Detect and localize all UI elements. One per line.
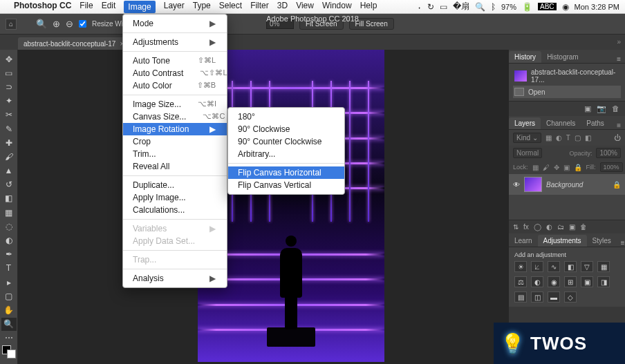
rotate-90-cw[interactable]: 90° Clockwise xyxy=(228,123,344,135)
history-snapshot[interactable]: abstract-backlit-conceptual-17... xyxy=(513,66,621,86)
new-group-icon[interactable]: 🗂 xyxy=(557,223,564,231)
zoom-out-icon[interactable]: ⊖ xyxy=(66,19,73,29)
menu-file[interactable]: File xyxy=(80,1,93,13)
menu-auto-color[interactable]: Auto Color⇧⌘B xyxy=(123,79,227,92)
menu-image-rotation[interactable]: Image Rotation▶ xyxy=(123,123,227,135)
lock-transparent-icon[interactable]: ▦ xyxy=(532,164,539,171)
canvas-area[interactable] xyxy=(18,50,509,364)
flip-canvas-horizontal[interactable]: Flip Canvas Horizontal xyxy=(228,166,344,179)
user-badge[interactable]: ABC xyxy=(538,3,557,10)
filter-smart-icon[interactable]: ◧ xyxy=(585,134,591,142)
rotate-180[interactable]: 180° xyxy=(228,111,344,123)
lasso-tool[interactable]: ⊃ xyxy=(1,80,17,93)
zoom-in-icon[interactable]: ⊕ xyxy=(53,19,60,29)
display-icon[interactable]: ▭ xyxy=(440,2,447,12)
fx-icon[interactable]: fx xyxy=(523,223,529,231)
menu-duplicate[interactable]: Duplicate... xyxy=(123,179,227,191)
exposure-icon[interactable]: ◧ xyxy=(564,261,577,272)
layer-row-background[interactable]: 👁 Background 🔒 xyxy=(509,174,625,195)
blur-tool[interactable]: ◌ xyxy=(1,220,17,233)
healing-tool[interactable]: ✚ xyxy=(1,136,17,149)
layer-lock-icon[interactable]: 🔒 xyxy=(613,181,621,189)
opacity-field[interactable]: 100% xyxy=(596,148,621,158)
battery-icon[interactable]: 🔋 xyxy=(522,2,532,12)
lock-position-icon[interactable]: ✥ xyxy=(554,164,559,171)
clock[interactable]: Mon 3:28 PM xyxy=(575,3,619,11)
histogram-tab[interactable]: Histogram xyxy=(541,51,584,63)
path-select-tool[interactable]: ▸ xyxy=(1,276,17,289)
history-brush-tool[interactable]: ↺ xyxy=(1,178,17,191)
invert-icon[interactable]: ◨ xyxy=(597,276,610,287)
menu-image-size[interactable]: Image Size...⌥⌘I xyxy=(123,98,227,111)
lock-all-icon[interactable]: 🔒 xyxy=(574,164,582,171)
menu-type[interactable]: Type xyxy=(193,1,211,13)
lock-artboard-icon[interactable]: ▣ xyxy=(563,164,570,171)
zoom-percent-field[interactable]: 0% xyxy=(266,19,294,29)
stamp-tool[interactable]: ▲ xyxy=(1,164,17,178)
dodge-tool[interactable]: ◐ xyxy=(1,233,17,247)
resize-windows-checkbox[interactable] xyxy=(79,20,86,28)
menu-filter[interactable]: Filter xyxy=(250,1,269,13)
pen-tool[interactable]: ✒ xyxy=(1,248,17,261)
menu-canvas-size[interactable]: Canvas Size...⌥⌘C xyxy=(123,111,227,123)
color-swatch[interactable] xyxy=(2,345,16,358)
panel-menu-icon[interactable]: ≡ xyxy=(617,239,625,247)
shape-tool[interactable]: ▢ xyxy=(1,289,17,303)
styles-tab[interactable]: Styles xyxy=(587,235,617,247)
siri-icon[interactable]: ◉ xyxy=(562,2,569,12)
move-tool[interactable]: ✥ xyxy=(1,52,17,66)
menu-edit[interactable]: Edit xyxy=(102,1,116,13)
quick-select-tool[interactable]: ✦ xyxy=(1,95,17,108)
panel-menu-icon[interactable]: ≡ xyxy=(613,55,625,63)
threshold-icon[interactable]: ◫ xyxy=(531,291,543,303)
sync-icon[interactable]: ↻ xyxy=(427,2,434,12)
vibrance-icon[interactable]: ▽ xyxy=(581,261,593,272)
edit-toolbar-icon[interactable]: ⋯ xyxy=(1,332,17,345)
selective-color-icon[interactable]: ◇ xyxy=(564,291,577,303)
menu-adjustments[interactable]: Adjustments▶ xyxy=(123,36,227,48)
crop-tool[interactable]: ✂ xyxy=(1,108,17,122)
filter-shape-icon[interactable]: ▢ xyxy=(575,134,581,142)
paths-tab[interactable]: Paths xyxy=(581,117,610,129)
zoom-tool-icon[interactable]: 🔍 xyxy=(36,19,47,29)
menu-auto-contrast[interactable]: Auto Contrast⌥⇧⌘L xyxy=(123,67,227,79)
fit-screen-button[interactable]: Fit Screen xyxy=(299,18,344,30)
rotate-90-ccw[interactable]: 90° Counter Clockwise xyxy=(228,135,344,148)
menu-calculations[interactable]: Calculations... xyxy=(123,204,227,216)
levels-icon[interactable]: ⟀ xyxy=(531,261,543,272)
type-tool[interactable]: T xyxy=(1,262,17,275)
channel-mixer-icon[interactable]: ⊞ xyxy=(564,276,577,287)
document-tab[interactable]: abstract-backlit-conceptual-17 × xyxy=(18,37,131,50)
menu-trim[interactable]: Trim... xyxy=(123,148,227,160)
color-lookup-icon[interactable]: ▣ xyxy=(581,276,593,287)
menu-window[interactable]: Window xyxy=(322,1,352,13)
fill-field[interactable]: 100% xyxy=(600,162,623,172)
filter-kind-select[interactable]: Kind ⌄ xyxy=(513,133,541,143)
panel-menu-icon[interactable]: ≡ xyxy=(613,122,625,129)
channels-tab[interactable]: Channels xyxy=(541,117,581,129)
new-layer-icon[interactable]: ▣ xyxy=(569,223,575,231)
gradient-tool[interactable]: ▦ xyxy=(1,206,17,219)
menu-image[interactable]: Image xyxy=(124,1,155,13)
adjustments-tab[interactable]: Adjustments xyxy=(538,235,587,247)
new-doc-from-state-icon[interactable]: ▣ xyxy=(584,104,591,113)
menu-view[interactable]: View xyxy=(296,1,314,13)
menu-reveal-all[interactable]: Reveal All xyxy=(123,160,227,173)
bw-icon[interactable]: ◐ xyxy=(531,276,543,287)
collapse-panels-icon[interactable]: » xyxy=(617,38,621,46)
link-layers-icon[interactable]: ⇅ xyxy=(513,223,519,231)
bluetooth-icon[interactable]: ᛒ xyxy=(491,2,496,12)
filter-pixel-icon[interactable]: ▦ xyxy=(545,134,552,142)
new-adjustment-icon[interactable]: ◐ xyxy=(546,223,552,231)
visibility-eye-icon[interactable]: 👁 xyxy=(513,181,520,189)
menu-layer[interactable]: Layer xyxy=(164,1,185,13)
brightness-icon[interactable]: ☀ xyxy=(514,261,527,272)
lock-pixels-icon[interactable]: 🖌 xyxy=(543,164,550,171)
app-menu[interactable]: Photoshop CC xyxy=(14,1,71,13)
hand-tool[interactable]: ✋ xyxy=(1,303,17,316)
posterize-icon[interactable]: ▤ xyxy=(514,291,527,303)
delete-state-icon[interactable]: 🗑 xyxy=(612,104,619,113)
mask-icon[interactable]: ◯ xyxy=(534,223,541,231)
blend-mode-select[interactable]: Normal xyxy=(513,148,542,158)
history-step-open[interactable]: Open xyxy=(513,86,621,98)
